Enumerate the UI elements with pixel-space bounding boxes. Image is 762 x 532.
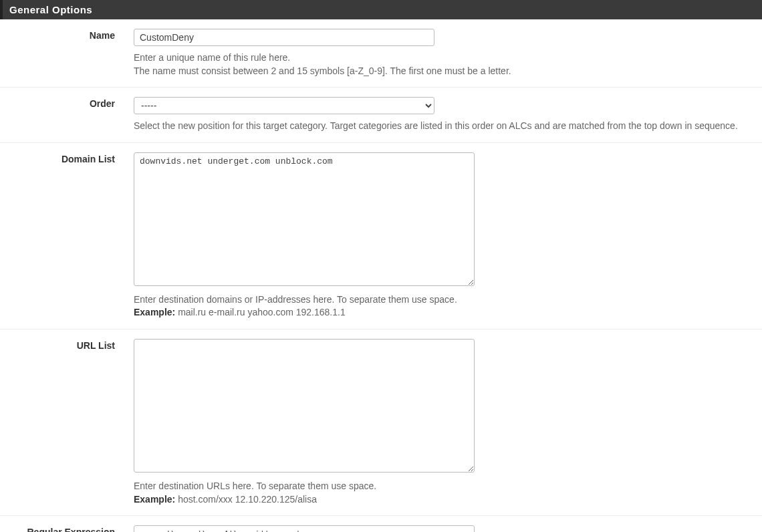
url-list-help-line1: Enter destination URLs here. To separate… [134,481,376,491]
name-label: Name [0,29,134,41]
name-row: Name Enter a unique name of this rule he… [0,19,762,88]
domain-list-help: Enter destination domains or IP-addresse… [134,293,751,319]
url-list-row: URL List Enter destination URLs here. To… [0,329,762,516]
domain-list-row: Domain List downvids.net underget.com un… [0,143,762,329]
domain-list-label: Domain List [0,152,134,164]
order-select[interactable]: ----- [134,97,434,114]
domain-list-textarea[interactable]: downvids.net underget.com unblock.com [134,152,475,286]
name-help-line2: The name must consist between 2 and 15 s… [134,65,511,76]
order-field-cell: ----- Select the new position for this t… [134,97,762,133]
domain-list-example-label: Example: [134,307,175,317]
section-header: General Options [0,0,762,19]
url-list-example-text: host.com/xxx 12.10.220.125/alisa [175,494,317,505]
regex-textarea[interactable]: proxy|\.exe|\.mp4|\.avi|torrent [134,525,475,532]
regex-row: Regular Expression proxy|\.exe|\.mp4|\.a… [0,516,762,532]
domain-list-field-cell: downvids.net underget.com unblock.com En… [134,152,762,319]
order-help: Select the new position for this target … [134,120,751,133]
name-field-cell: Enter a unique name of this rule here. T… [134,29,762,78]
domain-list-example-text: mail.ru e-mail.ru yahoo.com 192.168.1.1 [175,307,345,317]
domain-list-help-line1: Enter destination domains or IP-addresse… [134,294,457,305]
url-list-label: URL List [0,339,134,351]
name-input[interactable] [134,29,434,46]
url-list-example-label: Example: [134,494,175,505]
order-label: Order [0,97,134,109]
url-list-field-cell: Enter destination URLs here. To separate… [134,339,762,506]
name-help: Enter a unique name of this rule here. T… [134,51,751,78]
name-help-line1: Enter a unique name of this rule here. [134,52,290,63]
url-list-help: Enter destination URLs here. To separate… [134,480,751,506]
regex-field-cell: proxy|\.exe|\.mp4|\.avi|torrent [134,525,762,532]
regex-label: Regular Expression [0,525,134,532]
order-row: Order ----- Select the new position for … [0,88,762,143]
url-list-textarea[interactable] [134,339,475,473]
